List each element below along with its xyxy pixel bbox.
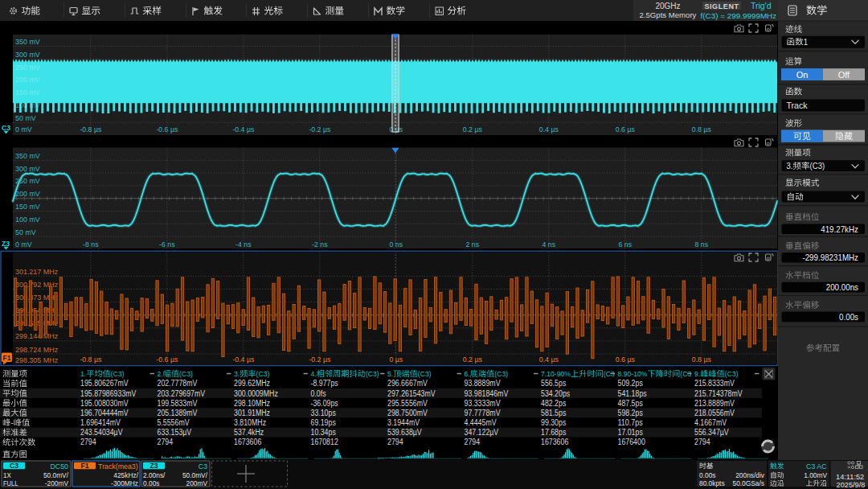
svg-text:350 mV: 350 mV [15, 37, 40, 46]
svg-text:539.638µV: 539.638µV [387, 428, 422, 437]
svg-text:1.00mV: 1.00mV [804, 471, 827, 479]
svg-text:Z3: Z3 [2, 240, 10, 248]
svg-text:-0.6 µs: -0.6 µs [156, 355, 178, 364]
svg-text:218.0556mV: 218.0556mV [694, 409, 735, 417]
svg-text:534.20ps: 534.20ps [541, 389, 570, 398]
svg-text:6 ns: 6 ns [619, 240, 633, 249]
svg-text:2 ns: 2 ns [466, 240, 480, 249]
svg-text:150 mV: 150 mV [15, 202, 40, 211]
svg-text:C3: C3 [2, 124, 10, 132]
svg-text:425kHz/: 425kHz/ [113, 471, 138, 479]
svg-text:199.5833mV: 199.5833mV [158, 399, 198, 408]
svg-text:1673606: 1673606 [234, 438, 262, 446]
svg-text:2.: 2. [158, 369, 163, 378]
svg-text:93.981846mV: 93.981846mV [465, 389, 509, 398]
svg-text:4.: 4. [311, 369, 317, 378]
svg-text:-8.977ps: -8.977ps [311, 379, 338, 388]
svg-text:10.34ps: 10.34ps [311, 428, 336, 437]
svg-text:200ns/div: 200ns/div [735, 471, 764, 479]
svg-text:215.714378mV: 215.714378mV [694, 389, 743, 398]
svg-text:2794: 2794 [158, 438, 174, 446]
svg-text:8 ns: 8 ns [695, 240, 709, 249]
svg-text:487.5ps: 487.5ps [618, 399, 643, 408]
svg-text:50.0mV/: 50.0mV/ [182, 471, 208, 479]
svg-text:298.724 MHz: 298.724 MHz [15, 345, 58, 354]
svg-text:0.8 µs: 0.8 µs [692, 355, 711, 364]
svg-text:-6 ns: -6 ns [159, 240, 175, 249]
svg-text:0.8 µs: 0.8 µs [692, 125, 711, 134]
svg-text:97.7778mV: 97.7778mV [465, 409, 501, 417]
svg-text:299.144 MHz: 299.144 MHz [15, 331, 58, 340]
svg-text:Off: Off [838, 70, 850, 80]
svg-text:-4 ns: -4 ns [235, 240, 252, 249]
svg-text:1.: 1. [80, 369, 86, 378]
svg-text:C3: C3 [199, 462, 207, 471]
svg-text:4 ns: 4 ns [542, 240, 556, 249]
svg-text:Track: Track [787, 101, 809, 110]
svg-text:556.5ps: 556.5ps [541, 379, 566, 388]
svg-text:9.: 9. [694, 369, 700, 378]
svg-text:6.: 6. [465, 369, 470, 378]
svg-text:0 µs: 0 µs [390, 355, 403, 364]
svg-text:3.1944mV: 3.1944mV [387, 418, 420, 427]
svg-text:4.4445mV: 4.4445mV [465, 418, 497, 427]
svg-text:2794: 2794 [387, 438, 403, 446]
svg-text:300 mV: 300 mV [15, 50, 40, 59]
svg-text:-0.2 µs: -0.2 µs [309, 125, 330, 134]
svg-text:8.90-10%: 8.90-10% [618, 369, 648, 378]
svg-text:20GHz: 20GHz [655, 2, 680, 10]
svg-text:17.68ps: 17.68ps [541, 428, 566, 437]
svg-text:200mV: 200mV [186, 479, 208, 487]
svg-text:FULL: FULL [3, 479, 18, 487]
svg-text:Z3: Z3 [150, 462, 158, 470]
svg-text:3.: 3. [787, 162, 793, 171]
svg-text:541.18ps: 541.18ps [618, 389, 647, 398]
svg-text:50.0mV/: 50.0mV/ [43, 471, 69, 479]
svg-text:297.261543mV: 297.261543mV [387, 389, 436, 398]
svg-text:110.7ps: 110.7ps [618, 418, 643, 427]
svg-text:300 mV: 300 mV [15, 164, 40, 173]
svg-text:69.19ps: 69.19ps [311, 418, 336, 427]
svg-text:150 mV: 150 mV [15, 88, 40, 97]
svg-text:0.6 µs: 0.6 µs [616, 125, 635, 134]
svg-text:295.5556mV: 295.5556mV [387, 399, 428, 408]
svg-text:350 mV: 350 mV [15, 151, 40, 160]
svg-text:0.2 µs: 0.2 µs [463, 355, 482, 364]
svg-text:0.6 µs: 0.6 µs [616, 355, 635, 364]
svg-text:250 mV: 250 mV [15, 176, 40, 185]
svg-text:On: On [796, 70, 809, 80]
svg-text:0 mV: 0 mV [15, 125, 32, 134]
svg-text:301.91MHz: 301.91MHz [234, 409, 270, 417]
svg-text:482.2ps: 482.2ps [541, 399, 566, 408]
svg-text:C3 AC: C3 AC [806, 462, 827, 471]
svg-text:(C3): (C3) [418, 369, 432, 378]
svg-text:SIGLENT: SIGLENT [704, 2, 739, 10]
svg-text:1670812: 1670812 [311, 438, 339, 446]
svg-text:-2 ns: -2 ns [312, 240, 328, 249]
svg-text:200 mV: 200 mV [15, 75, 40, 84]
svg-text:(C3): (C3) [725, 369, 739, 378]
svg-text:-300MHz: -300MHz [111, 479, 138, 487]
svg-text:2794: 2794 [80, 438, 96, 446]
svg-text:509.2ps: 509.2ps [618, 379, 643, 388]
svg-text:Trig'd: Trig'd [751, 1, 772, 10]
svg-text:195.806267mV: 195.806267mV [80, 379, 129, 388]
svg-text:301.217 MHz: 301.217 MHz [15, 267, 58, 276]
svg-text:0.4 µs: 0.4 µs [539, 125, 559, 134]
svg-text:299.62MHz: 299.62MHz [234, 379, 270, 388]
svg-text:-0.4 µs: -0.4 µs [232, 125, 254, 134]
svg-text:0.00s: 0.00s [699, 471, 716, 479]
svg-text:F1: F1 [81, 462, 89, 470]
svg-text:1676400: 1676400 [618, 438, 646, 446]
svg-text:347.122µV: 347.122µV [465, 428, 499, 437]
svg-text:100 mV: 100 mV [15, 215, 40, 224]
svg-text:14:11:52: 14:11:52 [836, 473, 864, 481]
svg-text:2794: 2794 [465, 438, 481, 446]
svg-text:202.7778mV: 202.7778mV [158, 379, 198, 388]
svg-text:100 mV: 100 mV [15, 101, 40, 109]
svg-text:33.10ps: 33.10ps [311, 409, 336, 417]
svg-text:195.008030mV: 195.008030mV [80, 399, 129, 408]
svg-text:196.704444mV: 196.704444mV [80, 409, 129, 417]
svg-text:-0.2 µs: -0.2 µs [309, 355, 330, 364]
svg-text:0 mV: 0 mV [15, 240, 32, 249]
